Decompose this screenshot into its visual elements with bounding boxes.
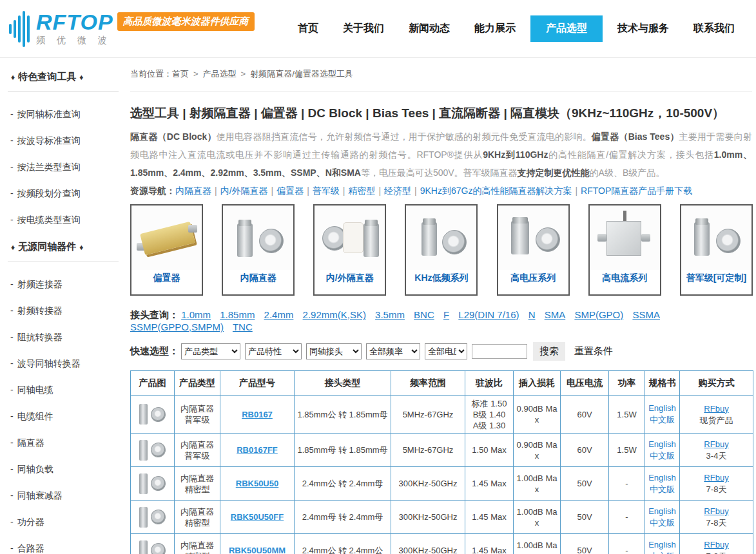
resource-link-precision[interactable]: 精密型	[348, 186, 375, 196]
brand-name: RFTOP	[36, 11, 113, 33]
card-high-voltage[interactable]: 高电压系列	[497, 204, 570, 296]
datasheet-chinese-link[interactable]: 中文版	[647, 414, 677, 426]
resource-link-inner-dc-block[interactable]: 内隔直器	[175, 186, 211, 196]
purchase-cell: RFbuy3-4天	[680, 434, 753, 467]
card-high-current[interactable]: 高电流系列	[588, 204, 661, 296]
nav-item-product-selection[interactable]: 产品选型	[530, 15, 603, 42]
rfbuy-link[interactable]: RFbuy	[682, 506, 751, 517]
col-header-voltage-current: 电压电流	[561, 371, 609, 396]
quick-select-row: 快速选型： 产品类型 产品特性 同轴接头 全部频率 全部电压 搜索 重置条件	[130, 342, 752, 361]
sidebar-item-frequency-band[interactable]: -按频段划分查询	[10, 188, 121, 200]
rfbuy-link[interactable]: RFbuy	[682, 439, 751, 450]
datasheet-chinese-link[interactable]: 中文版	[647, 484, 677, 495]
sidebar-item-combiner[interactable]: -合路器	[10, 543, 121, 554]
rfbuy-link[interactable]: RFbuy	[682, 472, 751, 484]
sidebar-item-coax-standard[interactable]: -按同轴标准查询	[10, 109, 121, 120]
rfbuy-link[interactable]: RFbuy	[682, 403, 751, 415]
sidebar-item-waveguide-coax-converter[interactable]: -波导同轴转换器	[10, 358, 121, 370]
sidebar-item-impedance-converter[interactable]: -阻抗转换器	[10, 332, 121, 343]
connector-link-2.92mm[interactable]: 2.92mm(K,SK)	[303, 309, 366, 320]
sidebar-item-coax-load[interactable]: -同轴负载	[10, 464, 121, 475]
frequency-select[interactable]: 全部频率	[366, 343, 420, 359]
card-khz-low-frequency[interactable]: KHz低频系列	[405, 204, 478, 296]
connector-link-tnc[interactable]: TNC	[233, 321, 253, 332]
product-photo	[681, 205, 751, 270]
resource-link-bias-tee[interactable]: 偏置器	[276, 186, 304, 196]
datasheet-english-link[interactable]: English	[647, 439, 677, 450]
sidebar-item-power-divider[interactable]: -功分器	[10, 517, 121, 528]
connector-link-sma[interactable]: SMA	[545, 309, 566, 320]
model-link[interactable]: RBK50U50FF	[231, 512, 284, 522]
nav-item-home[interactable]: 首页	[288, 15, 328, 42]
nav-item-news[interactable]: 新闻动态	[399, 15, 460, 42]
nav-item-capability[interactable]: 能力展示	[465, 15, 525, 42]
model-link[interactable]: RBK50U50MM	[229, 546, 286, 554]
nav-item-about[interactable]: 关于我们	[333, 15, 394, 42]
breadcrumb-home[interactable]: 首页	[172, 69, 189, 79]
nav-item-contact[interactable]: 联系我们	[684, 15, 744, 42]
card-bias-tee[interactable]: 偏置器	[130, 204, 203, 296]
sidebar-item-rf-connector[interactable]: -射频连接器	[10, 279, 121, 291]
connector-link-smp[interactable]: SMP(GPO)	[574, 309, 623, 320]
connector-query-label: 接头查询：	[130, 309, 179, 320]
sidebar: ♦特色查询工具♦ -按同轴标准查询 -按波导标准查询 -按法兰类型查询 -按频段…	[0, 58, 126, 554]
connector-link-2.4mm[interactable]: 2.4mm	[264, 309, 294, 320]
product-thumbnail[interactable]	[133, 470, 172, 498]
product-feature-select[interactable]: 产品特性	[245, 343, 302, 359]
resource-link-economy[interactable]: 经济型	[384, 186, 411, 196]
table-row: 内隔直器普军级 RB0167 1.85mm公 转 1.85mm母 5MHz-67…	[131, 396, 753, 434]
card-inner-outer-dc-block[interactable]: 内/外隔直器	[313, 204, 386, 296]
voltage-select[interactable]: 全部电压	[425, 343, 467, 359]
nav-item-tech-service[interactable]: 技术与服务	[608, 15, 679, 42]
connector-link-n[interactable]: N	[528, 309, 536, 320]
sidebar-item-cable-type[interactable]: -按电缆类型查询	[10, 215, 121, 226]
datasheet-cell: English中文版	[645, 434, 680, 467]
sidebar-item-coax-cable[interactable]: -同轴电缆	[10, 385, 121, 396]
datasheet-english-link[interactable]: English	[647, 472, 677, 484]
sidebar-item-coax-attenuator[interactable]: -同轴衰减器	[10, 490, 121, 502]
connector-link-f[interactable]: F	[443, 309, 449, 320]
intro-paragraph: 隔直器（DC Block）使用电容器阻挡直流信号，允许射频信号通过，用于保护敏感…	[130, 128, 752, 200]
product-type-select[interactable]: 产品类型	[181, 343, 240, 359]
connector-link-1.85mm[interactable]: 1.85mm	[220, 309, 255, 320]
product-thumbnail[interactable]	[133, 400, 172, 428]
coax-connector-select[interactable]: 同轴接头	[306, 343, 362, 359]
product-thumbnail[interactable]	[133, 436, 172, 464]
sidebar-item-dc-block[interactable]: -隔直器	[10, 437, 121, 449]
model-link[interactable]: RBK50U50	[236, 479, 278, 488]
reset-filters-button[interactable]: 重置条件	[574, 345, 613, 358]
connector-link-3.5mm[interactable]: 3.5mm	[375, 309, 405, 320]
resource-link-inner-outer-dc-block[interactable]: 内/外隔直器	[220, 186, 268, 196]
resource-link-mil-grade[interactable]: 普军级	[313, 186, 340, 196]
sidebar-item-rf-adapter[interactable]: -射频转接器	[10, 305, 121, 317]
search-input[interactable]	[472, 344, 527, 359]
connector-link-ssma[interactable]: SSMA	[632, 309, 660, 320]
rfbuy-link[interactable]: RFbuy	[682, 539, 751, 551]
connector-link-bnc[interactable]: BNC	[414, 309, 434, 320]
datasheet-english-link[interactable]: English	[647, 539, 677, 551]
search-button[interactable]: 搜索	[533, 342, 565, 361]
connector-link-l29[interactable]: L29(DIN 7/16)	[458, 309, 519, 320]
sidebar-item-flange-type[interactable]: -按法兰类型查询	[10, 162, 121, 173]
breadcrumb-product-selection[interactable]: 产品选型	[203, 69, 237, 79]
resource-link-solution[interactable]: 9KHz到67Gz的高性能隔直器解决方案	[420, 186, 572, 196]
sidebar-item-waveguide-standard[interactable]: -按波导标准查询	[10, 135, 121, 147]
datasheet-chinese-link[interactable]: 中文版	[647, 517, 677, 529]
signal-bars-icon	[9, 10, 32, 48]
datasheet-english-link[interactable]: English	[647, 506, 677, 517]
card-mil-grade-customizable[interactable]: 普军级[可定制]	[680, 204, 753, 296]
logo[interactable]: RFTOP 频 优 微 波	[9, 10, 113, 48]
product-thumbnail[interactable]	[133, 503, 172, 531]
datasheet-english-link[interactable]: English	[647, 403, 677, 414]
model-link[interactable]: RB0167	[242, 410, 273, 419]
table-header-row: 产品图 产品类型 产品型号 接头类型 频率范围 驻波比 插入损耗 电压电流 功率…	[131, 371, 753, 396]
card-inner-dc-block[interactable]: 内隔直器	[222, 204, 295, 296]
datasheet-chinese-link[interactable]: 中文版	[647, 551, 677, 554]
datasheet-chinese-link[interactable]: 中文版	[647, 450, 677, 462]
product-thumbnail[interactable]	[133, 537, 172, 554]
connector-link-1.0mm[interactable]: 1.0mm	[181, 309, 211, 320]
sidebar-item-cable-assembly[interactable]: -电缆组件	[10, 411, 121, 423]
resource-link-handbook-download[interactable]: RFTOP隔直器产品手册下载	[581, 186, 692, 196]
model-link[interactable]: RB0167FF	[237, 445, 278, 455]
connector-link-ssmp[interactable]: SSMP(GPPO,SMPM)	[130, 321, 224, 332]
